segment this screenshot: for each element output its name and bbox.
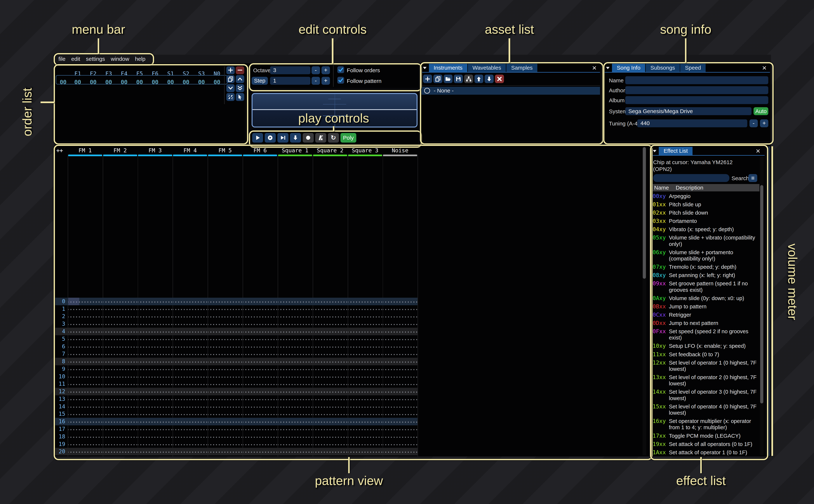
pattern-cell[interactable] (103, 365, 137, 373)
pattern-cell[interactable] (383, 350, 417, 358)
step-input[interactable]: 1 (270, 77, 310, 85)
pattern-cell[interactable] (138, 395, 172, 403)
pattern-cell[interactable] (68, 425, 102, 433)
pattern-cell[interactable] (173, 380, 207, 388)
pattern-cell[interactable] (243, 343, 277, 350)
pattern-row-13[interactable]: 13 (55, 395, 418, 403)
pattern-row-4[interactable]: 4 (55, 328, 418, 335)
pattern-cell[interactable] (313, 455, 347, 456)
pattern-cell[interactable] (138, 455, 172, 456)
pattern-cell[interactable] (173, 410, 207, 418)
pattern-cell[interactable] (208, 335, 242, 343)
pattern-cell[interactable] (138, 328, 172, 335)
pattern-cell[interactable] (68, 433, 102, 440)
auto-system-button[interactable]: Auto (754, 107, 768, 115)
pattern-cell[interactable] (348, 418, 382, 425)
pattern-cell[interactable] (68, 380, 102, 388)
effect-row-01xx[interactable]: 01xxPitch slide up (653, 201, 759, 208)
pattern-cell[interactable] (103, 425, 137, 433)
pattern-cell[interactable] (173, 365, 207, 373)
pattern-cell[interactable] (173, 313, 207, 320)
pattern-cell[interactable] (103, 358, 137, 365)
pattern-cell[interactable] (208, 358, 242, 365)
pattern-row-21[interactable]: 21 (55, 455, 418, 456)
pattern-cell[interactable] (348, 373, 382, 380)
pattern-cell[interactable] (313, 410, 347, 418)
step-plus-button[interactable]: + (321, 77, 330, 85)
order-cell[interactable]: 00 (132, 79, 147, 85)
pattern-cell[interactable] (383, 343, 417, 350)
pattern-row-17[interactable]: 17 (55, 425, 418, 433)
pattern-cell[interactable] (313, 335, 347, 343)
channel-header-fm-1[interactable]: FM 1 (68, 147, 103, 154)
pattern-cell[interactable] (138, 418, 172, 425)
pattern-cell[interactable] (348, 380, 382, 388)
pattern-cell[interactable] (68, 440, 102, 448)
pattern-cell[interactable] (173, 343, 207, 350)
pattern-cell[interactable] (348, 395, 382, 403)
pattern-cell[interactable] (208, 328, 242, 335)
pattern-cell[interactable] (383, 433, 417, 440)
pattern-cell[interactable] (383, 313, 417, 320)
effect-tab-effect-list[interactable]: Effect List (659, 147, 692, 155)
save-asset-button[interactable] (454, 75, 463, 83)
pattern-cell[interactable] (278, 343, 312, 350)
effect-row-05xy[interactable]: 05xyVolume slide + vibrato (compatibilit… (653, 235, 759, 247)
pattern-cell[interactable] (278, 335, 312, 343)
channel-header-fm-2[interactable]: FM 2 (103, 147, 138, 154)
pattern-cell[interactable] (243, 350, 277, 358)
pattern-cell[interactable] (278, 440, 312, 448)
effect-row-0Bxx[interactable]: 0BxxJump to pattern (653, 303, 759, 310)
repeat-pattern-button[interactable]: ↻ (328, 133, 339, 142)
pattern-cell[interactable] (103, 380, 137, 388)
pattern-cell[interactable] (243, 328, 277, 335)
pattern-cell[interactable] (348, 305, 382, 313)
pattern-cell[interactable] (173, 425, 207, 433)
pattern-cell[interactable] (313, 403, 347, 410)
pattern-cell[interactable] (208, 410, 242, 418)
effect-list[interactable]: 00xyArpeggio01xxPitch slide up02xxPitch … (653, 193, 759, 456)
channel-header-square-2[interactable]: Square 2 (312, 147, 348, 154)
pattern-row-16[interactable]: 16 (55, 418, 418, 425)
pattern-scrollbar-thumb[interactable] (643, 147, 646, 279)
pattern-cell[interactable] (348, 365, 382, 373)
pattern-cell[interactable] (243, 425, 277, 433)
author-input[interactable] (625, 86, 768, 94)
order-duplicate-end-button[interactable] (236, 84, 244, 92)
pattern-cell[interactable] (243, 335, 277, 343)
order-cell[interactable]: 00 (85, 79, 101, 85)
pattern-row-8[interactable]: 8 (55, 358, 418, 365)
step-minus-button[interactable]: - (311, 77, 320, 85)
pattern-cell[interactable] (208, 373, 242, 380)
tuning-input[interactable]: 440 (637, 119, 747, 127)
pattern-cell[interactable] (208, 305, 242, 313)
pattern-cell[interactable] (313, 433, 347, 440)
pattern-cell[interactable] (243, 395, 277, 403)
album-input[interactable] (625, 96, 768, 104)
pattern-cell[interactable] (278, 320, 312, 328)
order-cell[interactable]: 00 (147, 79, 163, 85)
order-change-mode-button[interactable] (236, 93, 244, 101)
pattern-cell[interactable] (173, 448, 207, 455)
pattern-cell[interactable] (138, 380, 172, 388)
pattern-cell[interactable] (103, 448, 137, 455)
effect-scrollbar-thumb[interactable] (760, 185, 763, 403)
pattern-cell[interactable] (103, 350, 137, 358)
pattern-cell[interactable] (68, 373, 102, 380)
pattern-cell[interactable] (348, 335, 382, 343)
pattern-cell[interactable] (208, 365, 242, 373)
effect-row-16xy[interactable]: 16xySet operator multiplier (x: operator… (653, 418, 759, 431)
song-tab-subsongs[interactable]: Subsongs (646, 64, 680, 72)
pattern-cell[interactable] (243, 403, 277, 410)
pattern-cell[interactable] (348, 320, 382, 328)
pattern-cell[interactable] (103, 305, 137, 313)
pattern-cell[interactable] (173, 328, 207, 335)
order-move-up-button[interactable] (236, 75, 244, 83)
pattern-cell[interactable] (68, 358, 102, 365)
menu-item-edit[interactable]: edit (71, 56, 80, 62)
pattern-cell[interactable] (208, 425, 242, 433)
channel-header-noise[interactable]: Noise (383, 147, 418, 154)
collapse-icon[interactable] (651, 147, 658, 155)
pattern-cell[interactable] (313, 328, 347, 335)
pattern-cell[interactable] (383, 380, 417, 388)
